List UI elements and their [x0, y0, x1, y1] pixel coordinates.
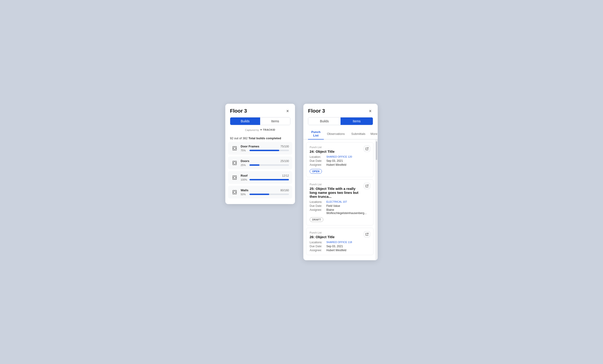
item-24-title: 24: Object Title: [310, 149, 370, 153]
item-26-assignee-label: Assignee:: [310, 249, 326, 252]
item-24-location-field: Location: SHARED OFFICE 120: [310, 155, 370, 159]
right-panel-body: Punch List 24: Object Title Location: SH…: [303, 139, 378, 260]
item-24-assignee-label: Assignee:: [310, 163, 326, 166]
door-frames-icon: [231, 145, 238, 152]
item-26-duedate-label: Due Date:: [310, 245, 326, 248]
item-26-assignee-field: Assignee: Hubert Westfeld: [310, 249, 370, 252]
door-frames-progress-bg: [249, 150, 289, 151]
left-panel-title: Floor 3: [230, 108, 247, 114]
trackid-logo: ✦ TRACKID: [260, 128, 275, 131]
item-card-25: Punch List 25: Object Title with a reall…: [306, 180, 373, 225]
build-item-roof: Roof 12/12 100%: [228, 171, 292, 184]
walls-name: Walls: [241, 189, 248, 192]
item-25-assignee-field: Assignee: Blaine Wolfeschlegelsteinhause…: [310, 208, 370, 215]
item-24-location-value: SHARED OFFICE 120: [326, 155, 352, 158]
subnav-more-button[interactable]: More ▾: [369, 130, 378, 137]
item-24-location-label: Location:: [310, 155, 326, 159]
door-frames-progress-fill: [249, 150, 279, 151]
item-25-type: Punch List: [310, 183, 370, 186]
left-panel-close-button[interactable]: ×: [285, 108, 290, 114]
build-item-walls: Walls 80/160 50%: [228, 186, 292, 198]
door-frames-info: Door Frames 75/100 75%: [241, 145, 289, 152]
item-24-status-badge: OPEN: [310, 169, 322, 174]
doors-name: Doors: [241, 159, 249, 163]
item-25-duedate-label: Due Date:: [310, 204, 326, 207]
item-26-assignee-value: Hubert Westfeld: [326, 249, 346, 252]
walls-progress-fill: [249, 193, 269, 195]
doors-pct: 25%: [241, 164, 248, 166]
scrollbar-thumb[interactable]: [376, 141, 377, 160]
doors-info: Doors 25/100 25%: [241, 159, 289, 166]
walls-icon: [231, 189, 238, 195]
subnav-punch-list[interactable]: Punch List: [308, 128, 324, 139]
items-list: Punch List 24: Object Title Location: SH…: [303, 139, 375, 260]
item-26-duedate-field: Due Date: Sep 03, 2021: [310, 245, 370, 248]
roof-info: Roof 12/12 100%: [241, 174, 289, 181]
left-tab-items[interactable]: Items: [260, 117, 290, 125]
item-26-duedate-value: Sep 03, 2021: [326, 245, 343, 248]
door-frames-pct: 75%: [241, 149, 248, 152]
door-frames-name: Door Frames: [241, 145, 259, 148]
right-panel: Floor 3 × Builds Items Punch List Observ…: [303, 104, 378, 260]
door-frames-count: 75/100: [280, 145, 289, 148]
item-26-type: Punch List: [310, 231, 370, 234]
doors-count: 25/100: [280, 159, 289, 163]
build-item-doors: Doors 25/100 25%: [228, 157, 292, 169]
svg-rect-1: [233, 147, 235, 149]
right-panel-header: Floor 3 ×: [303, 104, 378, 117]
build-item-door-frames: Door Frames 75/100 75%: [228, 142, 292, 155]
item-25-status-badge: DRAFT: [310, 217, 323, 222]
item-25-external-link-button[interactable]: [364, 183, 370, 189]
svg-rect-9: [233, 176, 235, 179]
right-tab-builds[interactable]: Builds: [308, 117, 340, 125]
item-24-type: Punch List: [310, 146, 370, 148]
item-25-duedate-value: Field Value: [326, 204, 340, 207]
scrollbar-track: [375, 139, 378, 260]
item-25-assignee-value: Blaine Wolfeschlegelsteinhausenberg...: [326, 208, 370, 215]
left-panel-tab-bar: Builds Items: [230, 117, 290, 125]
roof-progress-fill: [249, 179, 289, 180]
item-26-title: 26: Object Title: [310, 235, 370, 239]
item-24-assignee-value: Hubert Westfeld: [326, 163, 346, 166]
doors-progress-fill: [249, 164, 259, 166]
item-25-title: 25: Object Title with a really long name…: [310, 187, 370, 198]
builds-summary-text: 92 out of 382 Total builds completed: [230, 136, 281, 140]
items-subnav: Punch List Observations Submittals More …: [303, 128, 378, 139]
right-tab-items[interactable]: Items: [340, 117, 373, 125]
item-card-26: Punch List 26: Object Title Locations: S…: [306, 228, 373, 255]
left-tab-builds[interactable]: Builds: [230, 117, 260, 125]
item-24-duedate-label: Due Date:: [310, 159, 326, 162]
item-26-external-link-button[interactable]: [364, 231, 370, 237]
item-24-external-link-button[interactable]: [364, 146, 370, 152]
walls-count: 80/160: [280, 189, 289, 192]
item-25-location-value: ELECTRICAL 107: [326, 200, 347, 203]
item-25-duedate-field: Due Date: Field Value: [310, 204, 370, 207]
subnav-more-label: More: [371, 132, 377, 136]
left-panel: Floor 3 × Builds Items Captured by ✦ TRA…: [225, 104, 295, 204]
item-25-assignee-label: Assignee:: [310, 208, 326, 212]
item-26-location-value: SHARED OFFICE 118: [326, 241, 352, 243]
item-25-location-label: Locations:: [310, 200, 326, 204]
captured-by-label: Captured by ✦ TRACKID: [225, 128, 295, 134]
subnav-submittals[interactable]: Submittals: [348, 130, 369, 138]
roof-name: Roof: [241, 174, 248, 177]
right-panel-title: Floor 3: [308, 108, 325, 114]
builds-summary: 92 out of 382 Total builds completed: [225, 134, 295, 142]
roof-progress-bg: [249, 179, 289, 180]
item-26-location-label: Locations:: [310, 241, 326, 244]
walls-progress-bg: [249, 193, 289, 195]
right-panel-close-button[interactable]: ×: [368, 108, 373, 114]
walls-info: Walls 80/160 50%: [241, 189, 289, 196]
subnav-observations[interactable]: Observations: [324, 130, 348, 138]
item-26-location-field: Locations: SHARED OFFICE 118: [310, 241, 370, 244]
svg-rect-5: [233, 162, 235, 164]
doors-progress-bg: [249, 164, 289, 166]
doors-icon: [231, 160, 238, 166]
walls-pct: 50%: [241, 193, 248, 196]
item-card-24: Punch List 24: Object Title Location: SH…: [306, 142, 373, 177]
item-24-duedate-value: Sep 03, 2021: [326, 159, 343, 162]
left-panel-header: Floor 3 ×: [225, 104, 295, 117]
item-25-location-field: Locations: ELECTRICAL 107: [310, 200, 370, 204]
roof-pct: 100%: [241, 178, 248, 181]
roof-count: 12/12: [282, 174, 289, 177]
